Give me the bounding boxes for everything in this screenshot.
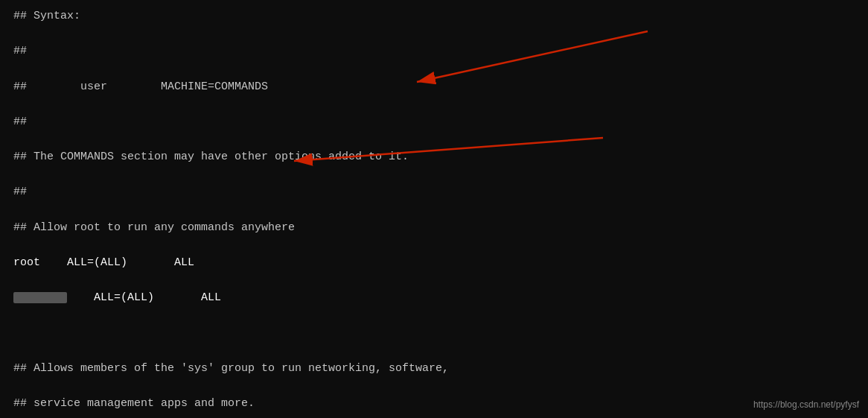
redacted-username (13, 292, 67, 303)
line-9: ALL=(ALL) ALL (13, 289, 855, 307)
line-4: ## (13, 113, 855, 131)
watermark-text: https://blog.csdn.net/pyfysf (753, 398, 859, 412)
terminal-window: ## Syntax: ## ## user MACHINE=COMMANDS #… (0, 0, 868, 418)
line-2: ## (13, 42, 855, 60)
line-11: ## Allows members of the 'sys' group to … (13, 360, 855, 378)
line-3: ## user MACHINE=COMMANDS (13, 78, 855, 96)
line-10 (13, 324, 855, 342)
line-12: ## service management apps and more. (13, 395, 855, 413)
line-6: ## (13, 183, 855, 201)
line-1: ## Syntax: (13, 7, 855, 25)
annotation-arrows (0, 0, 868, 418)
line-7: ## Allow root to run any commands anywhe… (13, 219, 855, 237)
line-5: ## The COMMANDS section may have other o… (13, 148, 855, 166)
line-8: root ALL=(ALL) ALL (13, 254, 855, 272)
